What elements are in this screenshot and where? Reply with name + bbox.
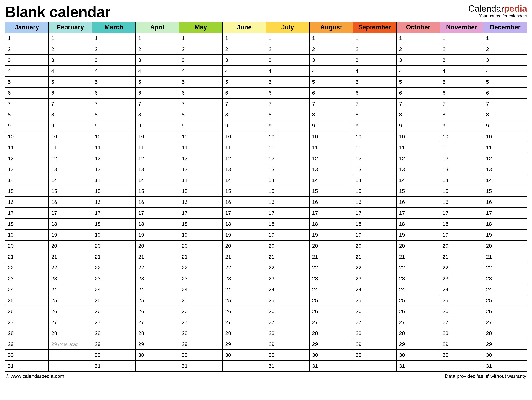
- day-row: 131313131313131313131313: [5, 164, 527, 175]
- day-cell: 4: [266, 66, 309, 76]
- day-cell: 26: [440, 306, 483, 317]
- day-cell: 9: [353, 120, 396, 131]
- day-number: 11: [51, 144, 57, 150]
- day-number: 16: [399, 199, 405, 205]
- day-number: 18: [95, 221, 101, 227]
- day-number: 8: [182, 112, 185, 117]
- day-number: 14: [138, 177, 144, 183]
- day-cell: 15: [397, 186, 440, 197]
- day-cell: [222, 361, 266, 371]
- day-number: 14: [182, 177, 188, 183]
- day-cell: 26: [353, 306, 396, 317]
- day-cell: 30: [397, 350, 440, 361]
- day-cell: 3: [397, 55, 440, 66]
- day-cell: 16: [266, 197, 309, 208]
- day-number: 28: [8, 330, 13, 336]
- day-cell: 25: [92, 295, 135, 306]
- day-cell: 14: [397, 175, 440, 186]
- day-cell: 30: [135, 350, 179, 361]
- day-cell: 1: [49, 33, 92, 44]
- day-row: 111111111111111111111111: [5, 142, 527, 153]
- day-cell: 25: [353, 295, 396, 306]
- day-number: 10: [399, 134, 405, 139]
- day-number: 23: [8, 276, 13, 281]
- day-number: 1: [225, 35, 228, 41]
- day-number: 28: [225, 330, 231, 336]
- day-number: 22: [8, 265, 13, 271]
- day-number: 11: [8, 144, 13, 150]
- day-number: 11: [312, 144, 318, 150]
- day-cell: 28: [222, 328, 266, 339]
- day-cell: 10: [49, 131, 92, 142]
- day-number: 19: [355, 232, 361, 238]
- day-number: 30: [8, 352, 13, 358]
- day-cell: 4: [310, 66, 353, 76]
- day-number: 13: [312, 166, 318, 172]
- day-number: 12: [443, 155, 448, 161]
- day-number: 23: [312, 276, 318, 281]
- day-number: 6: [399, 90, 402, 96]
- day-cell: 23: [483, 273, 527, 284]
- day-number: 19: [399, 232, 405, 238]
- day-number: 21: [269, 254, 274, 259]
- day-row: 777777777777: [5, 98, 527, 109]
- day-cell: 13: [135, 164, 179, 175]
- day-cell: 5: [5, 76, 49, 87]
- day-number: 4: [138, 68, 141, 74]
- day-number: 7: [182, 101, 185, 107]
- day-cell: 25: [179, 295, 222, 306]
- day-cell: 24: [49, 284, 92, 295]
- day-cell: 28: [397, 328, 440, 339]
- day-number: 24: [225, 287, 231, 292]
- day-cell: 6: [92, 87, 135, 98]
- day-cell: 14: [483, 175, 527, 186]
- day-cell: 13: [222, 164, 266, 175]
- day-number: 4: [355, 68, 359, 74]
- day-cell: 15: [353, 186, 396, 197]
- day-cell: 13: [397, 164, 440, 175]
- day-number: 22: [51, 265, 57, 271]
- day-cell: 7: [353, 98, 396, 109]
- day-number: 21: [95, 254, 101, 259]
- day-cell: 25: [49, 295, 92, 306]
- day-cell: 19: [92, 229, 135, 240]
- day-number: 9: [182, 123, 185, 129]
- day-number: 7: [355, 101, 359, 107]
- day-cell: 2: [310, 44, 353, 55]
- day-row: 181818181818181818181818: [5, 219, 527, 229]
- day-number: 17: [8, 210, 13, 216]
- day-cell: 20: [49, 240, 92, 251]
- day-number: 30: [443, 352, 448, 358]
- day-cell: 27: [179, 317, 222, 328]
- day-number: 31: [8, 363, 13, 369]
- day-cell: 13: [440, 164, 483, 175]
- day-number: 14: [225, 177, 231, 183]
- day-number: 22: [355, 265, 361, 271]
- day-cell: 21: [222, 251, 266, 262]
- day-cell: 17: [222, 208, 266, 219]
- day-number: 10: [225, 134, 231, 139]
- day-number: 26: [225, 308, 231, 314]
- day-number: 20: [95, 243, 101, 249]
- day-number: 1: [182, 35, 185, 41]
- day-cell: 11: [49, 142, 92, 153]
- day-cell: 11: [5, 142, 49, 153]
- day-cell: 31: [266, 361, 309, 371]
- day-cell: 25: [310, 295, 353, 306]
- day-cell: 3: [222, 55, 266, 66]
- day-cell: 6: [440, 87, 483, 98]
- day-cell: 17: [92, 208, 135, 219]
- day-number: 9: [95, 123, 98, 129]
- day-cell: 31: [5, 361, 49, 371]
- day-cell: 3: [440, 55, 483, 66]
- day-cell: 3: [310, 55, 353, 66]
- day-cell: 27: [310, 317, 353, 328]
- day-cell: 21: [440, 251, 483, 262]
- day-cell: 5: [266, 76, 309, 87]
- day-number: 4: [399, 68, 402, 74]
- day-number: 19: [225, 232, 231, 238]
- day-number: 28: [182, 330, 188, 336]
- day-number: 9: [225, 123, 228, 129]
- day-cell: 25: [5, 295, 49, 306]
- day-cell: 8: [179, 109, 222, 120]
